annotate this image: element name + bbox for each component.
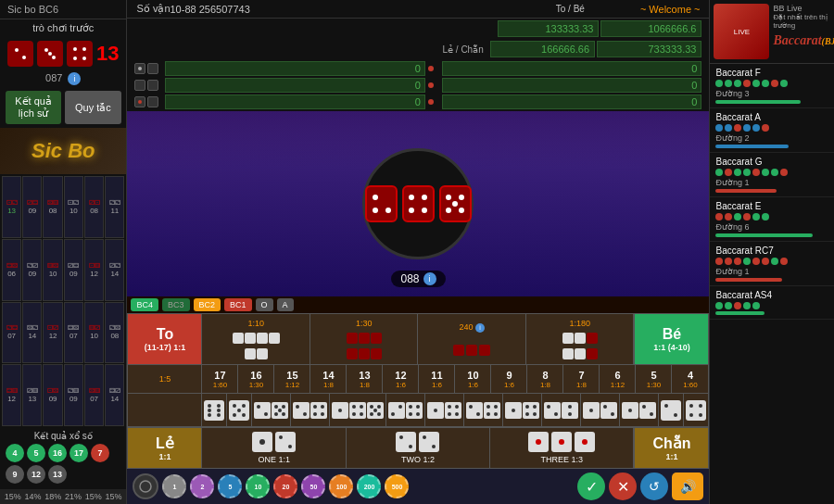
mdr11 xyxy=(587,348,598,359)
le-bet-cell[interactable]: Lẻ 1:1 xyxy=(128,428,202,468)
rules-button[interactable]: Quy tắc xyxy=(65,91,120,124)
prev-game-label: trò chơi trước xyxy=(0,19,126,37)
num-10[interactable]: 101:6 xyxy=(455,365,491,393)
game-title: Sic bo BC6 xyxy=(7,4,58,15)
chip-200[interactable]: 200 xyxy=(357,474,381,498)
sicbo-logo-text: Sic Bo xyxy=(32,139,95,163)
info-badge[interactable]: i xyxy=(68,72,81,85)
dice-group-1 xyxy=(233,333,280,344)
dice-10[interactable] xyxy=(464,394,503,426)
svg-point-14 xyxy=(385,208,391,213)
svg-point-5 xyxy=(48,52,52,56)
svg-point-87 xyxy=(476,412,480,416)
num-6[interactable]: 61:12 xyxy=(600,365,636,393)
chip-20[interactable]: 20 xyxy=(273,474,297,498)
dice-5[interactable] xyxy=(659,394,684,426)
svg-point-89 xyxy=(486,405,490,409)
one-label: ONE 1:1 xyxy=(258,455,290,464)
bet-cell-240[interactable]: 240 i xyxy=(418,314,526,364)
svg-point-67 xyxy=(373,409,377,412)
num-11[interactable]: 111:6 xyxy=(419,365,455,393)
baccarat-rc7[interactable]: Baccarat RC7 Đường 1 xyxy=(710,242,834,286)
dice-11[interactable] xyxy=(425,394,464,426)
svg-point-71 xyxy=(391,412,395,416)
refresh-button[interactable]: ↺ xyxy=(640,472,668,500)
svg-point-24 xyxy=(452,201,458,207)
dice-12[interactable] xyxy=(386,394,425,426)
bb-live-header: LIVE BB Live Đặt nhất trên thị trường Ba… xyxy=(714,4,834,59)
le-ratio: 1:1 xyxy=(158,452,171,461)
dice-7[interactable] xyxy=(581,394,620,426)
chip-5[interactable]: 5 xyxy=(218,474,242,498)
settings-icon[interactable] xyxy=(133,473,158,499)
dice-4[interactable] xyxy=(684,394,708,426)
num-7[interactable]: 71:8 xyxy=(563,365,600,393)
dice-17[interactable] xyxy=(202,394,227,426)
num-13[interactable]: 131:8 xyxy=(347,365,383,393)
num-12[interactable]: 121:6 xyxy=(383,365,419,393)
md4 xyxy=(269,333,280,344)
dice-6[interactable] xyxy=(620,394,659,426)
history-button[interactable]: Kết quả lịch sử xyxy=(6,91,61,124)
num-8[interactable]: 81:8 xyxy=(527,365,563,393)
round-info-icon[interactable]: i xyxy=(423,272,436,285)
dice-9[interactable] xyxy=(503,394,542,426)
s-dice1 xyxy=(134,63,145,74)
svg-point-28 xyxy=(208,404,211,408)
dice-13[interactable] xyxy=(330,394,386,426)
baccarat-a[interactable]: Baccarat A Đường 2 xyxy=(710,108,834,153)
bet-cell-110[interactable]: 1:10 xyxy=(202,314,310,364)
svg-rect-88 xyxy=(484,402,500,419)
bac-f-bar xyxy=(715,100,800,104)
sound-button[interactable]: 🔊 xyxy=(672,472,703,500)
baccarat-as4[interactable]: Baccarat AS4 xyxy=(710,286,834,320)
chan-bet-cell[interactable]: Chẵn 1:1 xyxy=(634,428,708,468)
be-bet-cell[interactable]: Bé 1:1 (4-10) xyxy=(634,314,708,364)
svg-rect-59 xyxy=(349,402,366,419)
dice-14[interactable] xyxy=(291,394,330,426)
chip-1[interactable]: 1 xyxy=(162,474,186,498)
bet-cell-180[interactable]: 1:180 xyxy=(526,314,635,364)
be-label: Bé xyxy=(663,326,681,343)
num-14[interactable]: 141:8 xyxy=(310,365,347,393)
num-5[interactable]: 51:30 xyxy=(636,365,672,393)
one-bet[interactable]: ONE 1:1 xyxy=(202,428,346,468)
dice-15[interactable] xyxy=(252,394,291,426)
svg-rect-108 xyxy=(600,402,617,419)
md6 xyxy=(257,348,268,359)
num-4[interactable]: 41:60 xyxy=(672,365,708,393)
baccarat-g[interactable]: Baccarat G Đường 1 xyxy=(710,153,834,197)
baccarat-e[interactable]: Baccarat E Đường 6 xyxy=(710,197,834,242)
num-9[interactable]: 91:6 xyxy=(491,365,527,393)
chip-10[interactable]: 10 xyxy=(246,474,270,498)
s-dice2 xyxy=(147,63,158,74)
dice-16[interactable] xyxy=(227,394,252,426)
baccarat-f[interactable]: Baccarat F Đường 3 xyxy=(710,64,834,108)
two-bet[interactable]: TWO 1:2 xyxy=(347,428,490,468)
ball-5: 7 xyxy=(91,444,109,462)
amounts-bar2: Lẻ / Chẵn 166666.66 733333.33 xyxy=(127,39,709,59)
score-val-6: 0 xyxy=(442,94,702,109)
sidebar-header: Sic bo BC6 xyxy=(0,0,126,19)
grid-cell: ⚁⚄08 xyxy=(105,302,124,364)
num-16[interactable]: 161:30 xyxy=(238,365,274,393)
chip-500[interactable]: 500 xyxy=(385,474,409,498)
bac-as4-bar xyxy=(715,311,764,315)
num-15[interactable]: 151:12 xyxy=(274,365,310,393)
dice-8[interactable] xyxy=(542,394,581,426)
cancel-button[interactable]: ✕ xyxy=(609,472,637,500)
bet-cell-130[interactable]: 1:30 xyxy=(310,314,419,364)
score-val-3: 0 xyxy=(165,78,425,93)
to-bet-cell[interactable]: To (11-17) 1:1 xyxy=(128,314,202,364)
score-dice-group2 xyxy=(134,80,162,91)
confirm-button[interactable]: ✓ xyxy=(577,472,605,500)
three-bet[interactable]: THREE 1:3 xyxy=(490,428,634,468)
svg-point-1 xyxy=(15,48,19,52)
chip-50[interactable]: 50 xyxy=(301,474,325,498)
chip-100[interactable]: 100 xyxy=(329,474,353,498)
grid-cell: ⚃⚄06 xyxy=(2,239,21,301)
svg-point-50 xyxy=(296,405,299,409)
num-17[interactable]: 171:60 xyxy=(202,365,238,393)
dice-group-2 xyxy=(347,333,382,344)
chip-2[interactable]: 2 xyxy=(190,474,214,498)
